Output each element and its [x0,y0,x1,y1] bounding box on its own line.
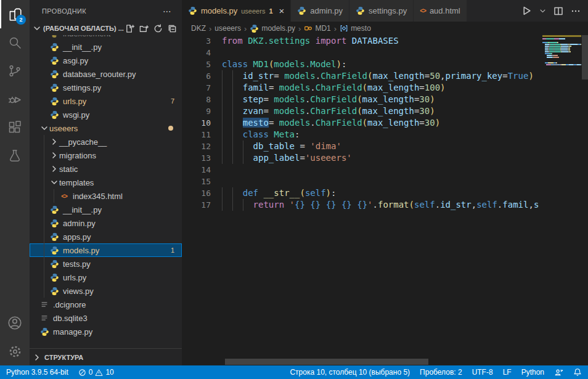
tree-item-apps-py[interactable]: apps.py [30,230,182,243]
code-token: class [222,59,253,69]
status-feedback[interactable] [554,368,563,377]
code-line-7[interactable]: 7 famil= models.CharField(max_length=100… [182,82,542,94]
code-token: CharField [310,94,357,104]
status-cursor-position[interactable]: Строка 10, столбец 10 (выбрано 5) [290,368,410,377]
status-notifications[interactable] [573,368,582,377]
tree-item-wsgi-py[interactable]: wsgi.py [30,108,182,121]
code-line-14[interactable]: 14 [182,164,542,176]
activity-run-debug[interactable] [0,85,30,113]
activity-account[interactable] [0,309,30,337]
code-line-5[interactable]: 5class MD1(models.Model): [182,59,542,70]
collapse-all-icon[interactable] [168,24,177,33]
tab-file-icon [297,6,306,15]
activity-testing[interactable] [0,142,30,170]
tree-item-tests-py[interactable]: tests.py [30,257,182,271]
tree-item-asgi-py[interactable]: asgi.py [30,54,182,67]
tree-item-templates[interactable]: templates [30,176,182,189]
code-line-13[interactable]: 13 app_label='useeers' [182,152,542,164]
vertical-scrollbar[interactable] [582,35,588,79]
tree-item-init-py[interactable]: __init__.py [30,203,182,216]
breadcrumb-dkz[interactable]: DKZ [191,24,206,33]
code-line-15[interactable]: 15 [182,176,542,187]
code-line-11[interactable]: 11 class Meta: [182,129,542,141]
split-editor-icon[interactable] [553,6,563,16]
code-token: , [472,200,476,210]
explorer-more-actions-icon[interactable]: ⋯ [163,6,172,16]
code-line-10[interactable]: 10 mesto= models.CharField(max_length=30… [182,117,542,129]
tree-item-static[interactable]: static [30,162,182,176]
activity-source-control[interactable] [0,57,30,85]
tree-item-dcignore[interactable]: .dcignore [30,298,182,311]
tree-item-indexelement[interactable]: indexelement [30,35,182,40]
activity-search[interactable] [0,28,30,57]
file-type-icon [49,56,59,65]
code-line-17[interactable]: 17 return '{} {} {} {} {}'.format(self.i… [182,199,542,211]
tree-item-database-roouter-py[interactable]: database_roouter.py [30,67,182,81]
tab-admin-py[interactable]: admin.py [291,0,349,22]
workspace-section-header[interactable]: (РАБОЧАЯ ОБЛАСТЬ) ... [30,22,182,35]
new-folder-icon[interactable] [139,24,149,33]
code-line-8[interactable]: 8 step= models.CharField(max_length=30) [182,94,542,105]
refresh-icon[interactable] [153,24,163,33]
code-line-12[interactable]: 12 db_table = 'dima' [182,141,542,152]
code-line-6[interactable]: 6 id_str= models.CharField(max_length=50… [182,70,542,82]
code-line-9[interactable]: 9 zvan= models.CharField(max_length=30) [182,105,542,117]
tree-item-settings-py[interactable]: settings.py [30,81,182,94]
activity-extensions[interactable] [0,113,30,142]
python-icon [50,43,59,52]
code-token: ) [435,118,440,128]
breadcrumb-models-py[interactable]: models.py [250,24,295,33]
breadcrumb-mesto[interactable]: mesto [340,24,371,33]
run-dropdown-icon[interactable] [539,7,546,14]
status-eol[interactable]: LF [503,368,512,377]
tree-item-migrations[interactable]: migrations [30,149,182,162]
breadcrumb-md1[interactable]: MD1 [304,24,330,33]
file-type-icon [49,35,59,38]
run-icon[interactable] [521,6,532,16]
tree-item-useeers[interactable]: useeers [30,121,182,135]
code-editor[interactable]: 3from DKZ.settings import DATABASES45cla… [182,35,542,357]
activity-explorer[interactable]: 2 [0,0,30,28]
tree-item-pycache[interactable]: __pycache__ [30,135,182,149]
tree-item-index345-html[interactable]: <>index345.html [30,189,182,203]
code-token: app_label [253,153,300,163]
code-token: __str__ [263,188,300,198]
status-problems[interactable]: 010 [78,368,114,377]
activity-settings[interactable] [0,337,30,365]
code-line-16[interactable]: 16 def __str__(self): [182,187,542,199]
tree-item-init-py[interactable]: __init__.py [30,40,182,54]
tree-item-urls-py[interactable]: urls.py [30,271,182,284]
tree-item-urls-py[interactable]: urls.py7 [30,94,182,108]
horizontal-scrollbar[interactable] [225,359,428,365]
tree-item-models-py[interactable]: models.py1 [30,243,182,257]
close-icon[interactable]: × [279,6,285,15]
code-line-4[interactable]: 4 [182,47,542,59]
code-token: 'useeers' [305,153,352,163]
indent-guide [222,152,223,164]
code-token: {} [341,200,352,210]
breadcrumb-useeers[interactable]: useeers [214,24,241,33]
tree-item-admin-py[interactable]: admin.py [30,216,182,230]
tree-item-views-py[interactable]: views.py [30,284,182,298]
file-type-icon [49,110,59,120]
more-actions-icon[interactable] [571,6,581,16]
code-token: ( [362,83,367,92]
line-number: 10 [182,117,211,129]
tab-models-py[interactable]: models.pyuseeers1× [182,0,291,22]
code-line-3[interactable]: 3from DKZ.settings import DATABASES [182,35,542,47]
tree-item-manage-py[interactable]: manage.py [30,325,182,338]
tab-aud-html[interactable]: <>aud.html [414,0,467,22]
tree-item-db-sqlite3[interactable]: db.sqlite3 [30,311,182,325]
outline-section-header[interactable]: СТРУКТУРА [30,348,182,365]
status-language-mode[interactable]: Python [521,368,544,377]
status-python-version[interactable]: Python 3.9.5 64-bit [6,368,68,377]
line-content: def __str__(self): [222,187,336,199]
new-file-icon[interactable] [125,24,134,33]
status-encoding[interactable]: UTF-8 [472,368,493,377]
chevron-down-icon[interactable] [32,23,42,33]
minimap-line [542,55,581,56]
minimap[interactable] [542,35,581,66]
tab-settings-py[interactable]: settings.py [349,0,414,22]
indent-guide [222,82,223,94]
status-indentation[interactable]: Пробелов: 2 [420,368,462,377]
